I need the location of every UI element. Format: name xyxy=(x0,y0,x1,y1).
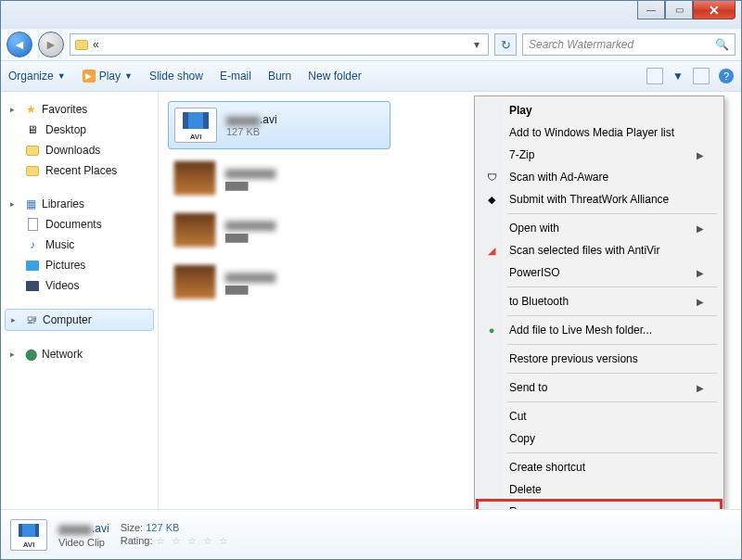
context-menu: Play Add to Windows Media Player list 7-… xyxy=(474,95,724,509)
context-separator xyxy=(507,213,717,214)
submenu-arrow-icon: ▶ xyxy=(697,268,704,278)
submenu-arrow-icon: ▶ xyxy=(697,150,704,160)
context-separator xyxy=(507,344,717,345)
submenu-arrow-icon: ▶ xyxy=(697,383,704,393)
nav-pictures[interactable]: Pictures xyxy=(5,255,154,275)
organize-button[interactable]: Organize▼ xyxy=(8,70,66,83)
navigation-pane: ▸ ★ Favorites 🖥Desktop Downloads Recent … xyxy=(1,92,159,509)
ctx-adaware[interactable]: 🛡Scan with Ad-Aware xyxy=(478,166,721,188)
search-box[interactable]: Search Watermarked 🔍 xyxy=(522,33,736,56)
document-icon xyxy=(25,217,40,232)
antivir-icon: ◢ xyxy=(484,243,499,258)
newfolder-button[interactable]: New folder xyxy=(308,70,361,83)
chevron-down-icon: ▼ xyxy=(58,71,66,81)
view-options-button[interactable] xyxy=(646,68,663,84)
rating-stars[interactable]: ☆ ☆ ☆ ☆ ☆ xyxy=(156,535,230,546)
window-buttons: — ▭ ✕ xyxy=(637,1,736,19)
ctx-play[interactable]: Play xyxy=(478,99,721,121)
email-button[interactable]: E-mail xyxy=(220,70,251,83)
address-dropdown-icon[interactable]: ▾ xyxy=(469,38,484,51)
address-path: « xyxy=(93,38,99,51)
burn-button[interactable]: Burn xyxy=(268,70,291,83)
file-meta: ▆▆▆▆.avi 127 KB xyxy=(226,113,277,137)
ctx-rename[interactable]: Rename xyxy=(478,501,721,509)
context-separator xyxy=(507,401,717,402)
nav-recent[interactable]: Recent Places xyxy=(5,160,154,181)
title-bar: — ▭ ✕ xyxy=(1,1,741,29)
ctx-delete[interactable]: Delete xyxy=(478,478,721,501)
nav-downloads[interactable]: Downloads xyxy=(5,140,154,160)
toolbar: Organize▼ ▶ Play▼ Slide show E-mail Burn… xyxy=(1,60,741,92)
threatwork-icon: ◆ xyxy=(484,192,499,207)
search-placeholder: Search Watermarked xyxy=(529,38,633,51)
expand-icon[interactable]: ▸ xyxy=(11,315,20,325)
expand-icon[interactable]: ▸ xyxy=(10,105,19,114)
folder-icon xyxy=(25,143,40,158)
star-icon: ★ xyxy=(23,102,38,117)
nav-libraries[interactable]: ▸ ▦ Libraries xyxy=(5,194,154,214)
expand-icon[interactable]: ▸ xyxy=(10,350,19,359)
ctx-threatwork[interactable]: ◆Submit with ThreatWork Alliance xyxy=(478,188,721,210)
maximize-button[interactable]: ▭ xyxy=(665,1,693,19)
slideshow-button[interactable]: Slide show xyxy=(149,70,203,83)
ctx-7zip[interactable]: 7-Zip▶ xyxy=(478,144,721,166)
ctx-shortcut[interactable]: Create shortcut xyxy=(478,456,721,478)
ctx-antivir[interactable]: ◢Scan selected files with AntiVir xyxy=(478,239,721,261)
ctx-copy[interactable]: Copy xyxy=(478,427,721,450)
nav-group-favorites: ▸ ★ Favorites 🖥Desktop Downloads Recent … xyxy=(5,99,154,181)
preview-pane-button[interactable] xyxy=(693,68,710,84)
chevron-down-icon: ▼ xyxy=(124,71,133,81)
refresh-button[interactable]: ↻ xyxy=(494,33,517,56)
address-bar[interactable]: « ▾ xyxy=(70,33,489,56)
nav-network[interactable]: ▸ ⬤ Network xyxy=(5,344,154,364)
nav-desktop[interactable]: 🖥Desktop xyxy=(5,120,154,140)
nav-group-computer: ▸ 🖳 Computer xyxy=(5,309,154,331)
nav-favorites[interactable]: ▸ ★ Favorites xyxy=(5,99,154,120)
toolbar-right: ▼ ? xyxy=(646,68,734,84)
nav-videos[interactable]: Videos xyxy=(5,275,154,296)
file-item[interactable]: ▆▆▆▆▆▆▆▆▆ xyxy=(168,207,390,253)
explorer-window: — ▭ ✕ ◄ ► « ▾ ↻ Search Watermarked 🔍 Org… xyxy=(0,0,742,560)
details-type: Video Clip xyxy=(58,537,109,548)
nav-documents[interactable]: Documents xyxy=(5,214,154,235)
search-icon[interactable]: 🔍 xyxy=(715,38,729,51)
expand-icon[interactable]: ▸ xyxy=(10,199,19,209)
play-button[interactable]: ▶ Play▼ xyxy=(83,70,133,83)
folder-icon xyxy=(25,163,40,178)
ctx-add-wmp[interactable]: Add to Windows Media Player list xyxy=(478,121,721,144)
details-size-col: Size: 127 KB Rating: ☆ ☆ ☆ ☆ ☆ xyxy=(121,522,230,547)
ctx-bluetooth[interactable]: to Bluetooth▶ xyxy=(478,290,721,312)
nav-music[interactable]: ♪Music xyxy=(5,235,154,255)
context-separator xyxy=(507,286,717,287)
context-separator xyxy=(507,315,717,316)
ctx-poweriso[interactable]: PowerISO▶ xyxy=(478,261,721,284)
ctx-restore[interactable]: Restore previous versions xyxy=(478,348,721,370)
ctx-livemesh[interactable]: ●Add file to Live Mesh folder... xyxy=(478,319,721,341)
file-item[interactable]: ▆▆▆▆▆▆▆▆▆ xyxy=(168,155,390,201)
explorer-body: ▸ ★ Favorites 🖥Desktop Downloads Recent … xyxy=(1,92,741,509)
context-separator xyxy=(507,452,717,453)
address-row: ◄ ► « ▾ ↻ Search Watermarked 🔍 xyxy=(1,29,741,60)
nav-computer[interactable]: ▸ 🖳 Computer xyxy=(5,309,154,331)
minimize-button[interactable]: — xyxy=(637,1,665,19)
ctx-sendto[interactable]: Send to▶ xyxy=(478,376,721,399)
avi-file-icon: AVI xyxy=(174,108,217,143)
ctx-openwith[interactable]: Open with▶ xyxy=(478,217,721,239)
file-item[interactable]: ▆▆▆▆▆▆▆▆▆ xyxy=(168,259,390,305)
nav-back-button[interactable]: ◄ xyxy=(6,32,32,57)
file-item-selected[interactable]: AVI ▆▆▆▆.avi 127 KB xyxy=(168,101,390,149)
file-list[interactable]: AVI ▆▆▆▆.avi 127 KB ▆▆▆▆▆▆▆▆▆ ▆▆▆▆▆▆▆▆▆ … xyxy=(159,92,741,509)
videos-icon xyxy=(25,278,40,293)
ctx-cut[interactable]: Cut xyxy=(478,405,721,427)
nav-group-libraries: ▸ ▦ Libraries Documents ♪Music Pictures … xyxy=(5,194,154,296)
adaware-icon: 🛡 xyxy=(484,170,499,185)
context-separator xyxy=(507,373,717,374)
details-name-col: ▆▆▆▆.avi Video Clip xyxy=(58,522,109,548)
music-icon: ♪ xyxy=(25,237,40,252)
nav-forward-button[interactable]: ► xyxy=(38,32,64,57)
submenu-arrow-icon: ▶ xyxy=(697,297,704,307)
chevron-down-icon[interactable]: ▼ xyxy=(672,70,684,83)
help-button[interactable]: ? xyxy=(719,69,734,83)
close-button[interactable]: ✕ xyxy=(693,1,736,19)
desktop-icon: 🖥 xyxy=(25,122,40,137)
